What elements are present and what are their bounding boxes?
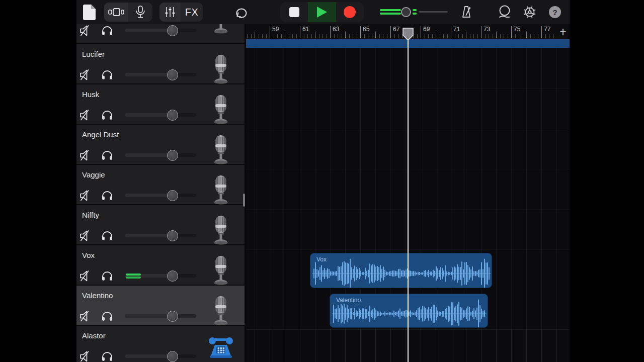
headphones-solo-icon[interactable] <box>101 25 113 39</box>
track-name: Lucifer <box>82 50 105 58</box>
track-controls-button[interactable] <box>159 3 181 22</box>
toolbar: FX <box>76 0 570 25</box>
vintage-microphone-icon <box>212 174 230 205</box>
headphones-solo-icon[interactable] <box>101 270 113 284</box>
garageband-window: FX <box>76 0 570 362</box>
track-volume-knob[interactable] <box>167 110 178 121</box>
fx-label: FX <box>185 7 199 18</box>
headphones-solo-icon[interactable] <box>101 109 113 123</box>
vintage-microphone-icon <box>212 134 230 164</box>
track-row-angel-dust[interactable]: Angel Dust <box>76 125 246 165</box>
record-button[interactable] <box>336 2 364 22</box>
play-icon <box>316 6 328 18</box>
track-header-list: Lucifer Husk <box>76 24 246 362</box>
track-instrument-icon[interactable] <box>212 24 230 36</box>
track-instrument-icon[interactable] <box>212 215 230 247</box>
play-button[interactable] <box>308 2 336 22</box>
track-name: Alastor <box>82 331 106 340</box>
track-volume-knob[interactable] <box>167 190 178 201</box>
track-volume-slider[interactable] <box>125 113 196 117</box>
stop-icon <box>289 7 299 17</box>
track-list-scrollbar[interactable] <box>243 194 245 207</box>
tracks-view-button[interactable] <box>104 3 128 22</box>
metronome-button[interactable] <box>459 0 474 24</box>
add-section-button[interactable]: + <box>556 25 570 38</box>
headphones-solo-icon[interactable] <box>101 350 113 362</box>
track-volume-knob[interactable] <box>167 311 178 322</box>
track-row-alastor[interactable]: Alastor <box>76 326 246 362</box>
headphones-solo-icon[interactable] <box>101 310 113 324</box>
volume-track <box>419 11 448 13</box>
level-meter-bar <box>126 277 141 279</box>
track-instrument-icon[interactable] <box>212 94 230 126</box>
help-button[interactable]: ? <box>547 0 562 24</box>
track-name: Angel Dust <box>82 130 119 139</box>
headphones-solo-icon[interactable] <box>101 230 113 244</box>
mute-icon[interactable] <box>79 109 92 123</box>
track-instrument-icon[interactable] <box>212 174 230 207</box>
mute-icon[interactable] <box>79 25 92 39</box>
mute-icon[interactable] <box>79 190 92 204</box>
vintage-microphone-icon <box>212 255 230 285</box>
volume-knob[interactable] <box>401 7 411 17</box>
track-row-vaggie[interactable]: Vaggie <box>76 165 246 205</box>
settings-button[interactable] <box>522 0 537 24</box>
track-instrument-icon[interactable] <box>208 336 234 362</box>
track-instrument-icon[interactable] <box>212 255 230 287</box>
volume-meter-bar <box>380 13 401 15</box>
tracks-view-icon <box>108 8 124 17</box>
track-volume-slider[interactable] <box>125 354 196 358</box>
mute-icon[interactable] <box>79 230 92 244</box>
track-volume-knob[interactable] <box>167 270 178 282</box>
track-row-valentino[interactable]: Valentino <box>76 286 246 326</box>
ruler-measure-label: 59 <box>272 26 279 33</box>
mute-icon[interactable] <box>79 69 92 83</box>
vintage-microphone-icon <box>212 215 230 245</box>
loop-browser-icon <box>498 5 512 19</box>
headphones-solo-icon[interactable] <box>101 190 113 204</box>
mute-icon[interactable] <box>79 350 92 362</box>
track-volume-knob[interactable] <box>167 150 178 161</box>
track-volume-slider[interactable] <box>125 29 196 32</box>
instrument-view-button[interactable] <box>128 3 152 22</box>
track-volume-slider[interactable] <box>125 73 196 76</box>
track-volume-knob[interactable] <box>167 69 178 80</box>
undo-button[interactable] <box>233 0 250 24</box>
track-instrument-icon[interactable] <box>212 54 230 86</box>
playhead-line <box>408 40 409 362</box>
ruler-measure-label: 61 <box>302 26 309 33</box>
track-name: Husk <box>82 90 99 99</box>
playhead-marker[interactable] <box>402 27 414 41</box>
track-instrument-icon[interactable] <box>212 134 230 166</box>
fx-button[interactable]: FX <box>181 3 203 22</box>
audio-region-valentino[interactable]: Valentino <box>330 294 488 328</box>
track-instrument-icon[interactable] <box>212 295 230 327</box>
track-row-niffty[interactable]: Niffty <box>76 205 246 245</box>
mute-icon[interactable] <box>79 310 92 324</box>
track-volume-slider[interactable] <box>125 314 196 318</box>
track-volume-slider[interactable] <box>125 153 196 157</box>
track-volume-knob[interactable] <box>167 351 178 362</box>
track-volume-knob[interactable] <box>167 25 178 36</box>
vintage-microphone-icon <box>212 24 230 34</box>
loop-browser-button[interactable] <box>497 0 512 24</box>
my-songs-document-icon[interactable] <box>82 0 97 24</box>
mute-icon[interactable] <box>79 270 92 284</box>
help-icon: ? <box>549 6 561 18</box>
headphones-solo-icon[interactable] <box>101 149 113 163</box>
track-row[interactable] <box>76 24 246 39</box>
stop-button[interactable] <box>280 2 308 22</box>
timeline-area[interactable]: 59616365676971737577 + VoxValentino <box>246 24 570 362</box>
track-volume-slider[interactable] <box>125 234 196 237</box>
mute-icon[interactable] <box>79 149 92 163</box>
headphones-solo-icon[interactable] <box>101 69 113 83</box>
track-row-partial[interactable] <box>76 24 246 44</box>
track-volume-knob[interactable] <box>167 230 178 241</box>
audio-region-vox[interactable]: Vox <box>310 253 492 288</box>
ruler-measure-label: 65 <box>363 26 369 33</box>
track-row-vox[interactable]: Vox <box>76 245 246 286</box>
track-row-lucifer[interactable]: Lucifer <box>76 44 246 84</box>
track-row-husk[interactable]: Husk <box>76 84 246 125</box>
vintage-microphone-icon <box>212 94 230 124</box>
track-volume-slider[interactable] <box>125 194 196 197</box>
